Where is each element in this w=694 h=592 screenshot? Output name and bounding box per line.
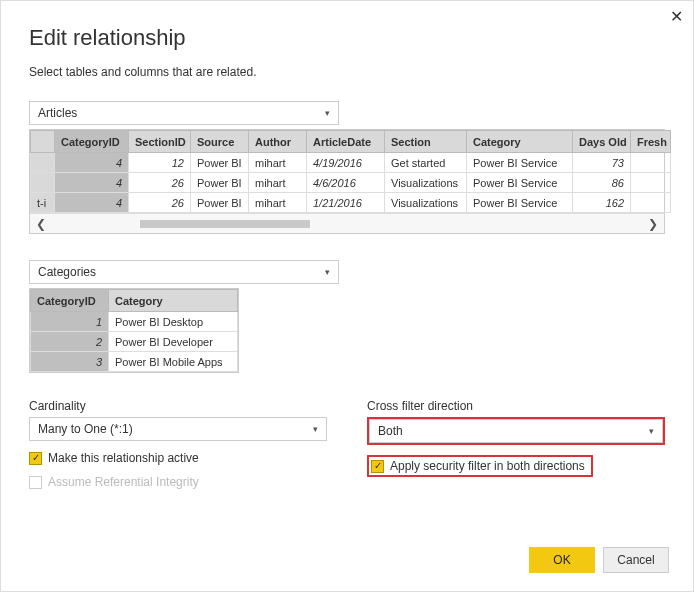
table2-header-row: CategoryID Category xyxy=(31,290,238,312)
cell: 1/21/2016 xyxy=(307,193,385,213)
cardinality-select[interactable]: Many to One (*:1) ▾ xyxy=(29,417,327,441)
table2-preview: CategoryID Category 1 Power BI Desktop 2… xyxy=(29,288,239,373)
cell: 4 xyxy=(55,153,129,173)
scroll-left-icon[interactable]: ❮ xyxy=(36,217,46,231)
cell: 4 xyxy=(55,173,129,193)
crossfilter-value: Both xyxy=(378,420,403,442)
row-head: t-i xyxy=(31,193,55,213)
cell: Power BI Mobile Apps xyxy=(109,352,238,372)
checkbox-icon: ✓ xyxy=(371,460,384,473)
dialog-title: Edit relationship xyxy=(29,25,665,51)
cell: mihart xyxy=(249,153,307,173)
table-row: 2 Power BI Developer xyxy=(31,332,238,352)
horizontal-scrollbar[interactable]: ❮ ❯ xyxy=(30,213,664,233)
table1-header-row: CategoryID SectionID Source Author Artic… xyxy=(31,131,671,153)
table-row: 1 Power BI Desktop xyxy=(31,312,238,332)
referential-integrity-checkbox: Assume Referential Integrity xyxy=(29,475,327,489)
security-filter-label: Apply security filter in both directions xyxy=(390,459,585,473)
cell: 4/19/2016 xyxy=(307,153,385,173)
close-icon[interactable]: ✕ xyxy=(670,7,683,26)
cell: 86 xyxy=(573,173,631,193)
table2-select-value: Categories xyxy=(38,261,96,283)
cell: Visualizations xyxy=(385,193,467,213)
cell xyxy=(631,193,671,213)
cell: 162 xyxy=(573,193,631,213)
make-active-label: Make this relationship active xyxy=(48,451,199,465)
chevron-down-icon: ▾ xyxy=(313,418,318,440)
table-row: 4 26 Power BI mihart 4/6/2016 Visualizat… xyxy=(31,173,671,193)
cell: 2 xyxy=(31,332,109,352)
cell: Power BI Developer xyxy=(109,332,238,352)
cell: Power BI Service xyxy=(467,173,573,193)
cell: Power BI Service xyxy=(467,153,573,173)
cell xyxy=(631,173,671,193)
table-row: 4 12 Power BI mihart 4/19/2016 Get start… xyxy=(31,153,671,173)
checkbox-icon: ✓ xyxy=(29,452,42,465)
table1-preview: CategoryID SectionID Source Author Artic… xyxy=(29,129,665,234)
cell: 1 xyxy=(31,312,109,332)
cardinality-label: Cardinality xyxy=(29,399,327,413)
cardinality-value: Many to One (*:1) xyxy=(38,418,133,440)
cell: Power BI xyxy=(191,173,249,193)
cell: 73 xyxy=(573,153,631,173)
crossfilter-label: Cross filter direction xyxy=(367,399,665,413)
cell: Power BI xyxy=(191,153,249,173)
make-active-checkbox[interactable]: ✓ Make this relationship active xyxy=(29,451,327,465)
cell: Get started xyxy=(385,153,467,173)
cell: 4/6/2016 xyxy=(307,173,385,193)
cell: 26 xyxy=(129,193,191,213)
col-category[interactable]: Category xyxy=(467,131,573,153)
cell xyxy=(631,153,671,173)
ok-button[interactable]: OK xyxy=(529,547,595,573)
chevron-down-icon: ▾ xyxy=(325,102,330,124)
col-categoryid[interactable]: CategoryID xyxy=(31,290,109,312)
security-filter-checkbox[interactable]: ✓ Apply security filter in both directio… xyxy=(369,457,587,475)
checkbox-icon xyxy=(29,476,42,489)
referential-integrity-label: Assume Referential Integrity xyxy=(48,475,199,489)
cancel-button[interactable]: Cancel xyxy=(603,547,669,573)
col-articledate[interactable]: ArticleDate xyxy=(307,131,385,153)
table-row: 3 Power BI Mobile Apps xyxy=(31,352,238,372)
col-section[interactable]: Section xyxy=(385,131,467,153)
row-head xyxy=(31,173,55,193)
col-category[interactable]: Category xyxy=(109,290,238,312)
scroll-track[interactable] xyxy=(52,220,642,228)
col-source[interactable]: Source xyxy=(191,131,249,153)
col-author[interactable]: Author xyxy=(249,131,307,153)
table-row: t-i 4 26 Power BI mihart 1/21/2016 Visua… xyxy=(31,193,671,213)
cell: Power BI xyxy=(191,193,249,213)
table1-select[interactable]: Articles ▾ xyxy=(29,101,339,125)
table2-select[interactable]: Categories ▾ xyxy=(29,260,339,284)
chevron-down-icon: ▾ xyxy=(649,420,654,442)
instruction-text: Select tables and columns that are relat… xyxy=(29,65,665,79)
cell: mihart xyxy=(249,193,307,213)
col-daysold[interactable]: Days Old xyxy=(573,131,631,153)
cell: 4 xyxy=(55,193,129,213)
crossfilter-select[interactable]: Both ▾ xyxy=(369,419,663,443)
cell: Power BI Desktop xyxy=(109,312,238,332)
scroll-right-icon[interactable]: ❯ xyxy=(648,217,658,231)
cell: 3 xyxy=(31,352,109,372)
cell: Power BI Service xyxy=(467,193,573,213)
col-categoryid[interactable]: CategoryID xyxy=(55,131,129,153)
chevron-down-icon: ▾ xyxy=(325,261,330,283)
table1-select-value: Articles xyxy=(38,102,77,124)
row-head xyxy=(31,153,55,173)
cell: Visualizations xyxy=(385,173,467,193)
col-fresh[interactable]: Fresh xyxy=(631,131,671,153)
table1-corner xyxy=(31,131,55,153)
cell: 12 xyxy=(129,153,191,173)
scroll-thumb[interactable] xyxy=(140,220,310,228)
cell: mihart xyxy=(249,173,307,193)
col-sectionid[interactable]: SectionID xyxy=(129,131,191,153)
cell: 26 xyxy=(129,173,191,193)
